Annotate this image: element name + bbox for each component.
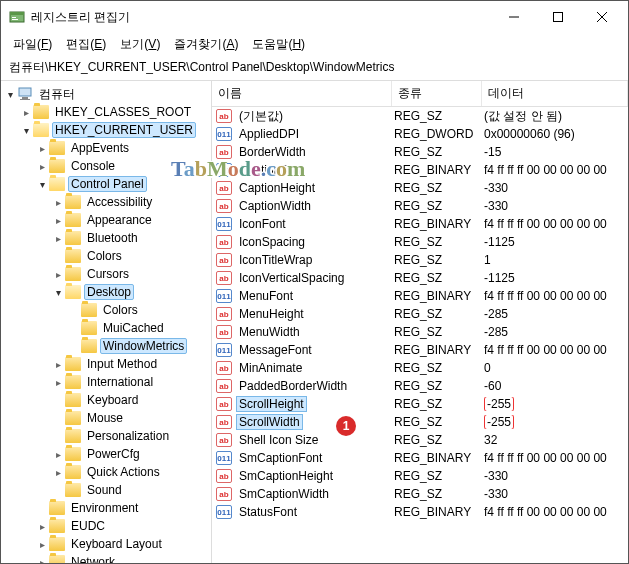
- chevron-right-icon[interactable]: ▸: [51, 197, 65, 208]
- minimize-button[interactable]: [492, 3, 536, 31]
- tree-view[interactable]: ▾ 컴퓨터 ▸ HKEY_CLASSES_ROOT ▾ HKEY_CURRENT…: [1, 81, 211, 563]
- svg-rect-8: [19, 88, 31, 96]
- list-row[interactable]: abSmCaptionWidthREG_SZ-330: [212, 485, 628, 503]
- tree-desktop-colors[interactable]: Colors: [100, 302, 141, 318]
- tree-appevents[interactable]: AppEvents: [68, 140, 132, 156]
- tree-international[interactable]: International: [84, 374, 156, 390]
- tree-powercfg[interactable]: PowerCfg: [84, 446, 143, 462]
- tree-appearance[interactable]: Appearance: [84, 212, 155, 228]
- tree-personalization[interactable]: Personalization: [84, 428, 172, 444]
- chevron-right-icon[interactable]: ▸: [19, 107, 33, 118]
- value-data: -330: [482, 181, 628, 195]
- list-row[interactable]: abCaptionWidthREG_SZ-330: [212, 197, 628, 215]
- chevron-right-icon[interactable]: ▸: [51, 467, 65, 478]
- folder-icon: [49, 141, 65, 155]
- list-row[interactable]: ab(기본값)REG_SZ(값 설정 안 됨): [212, 107, 628, 125]
- list-row[interactable]: abMenuWidthREG_SZ-285: [212, 323, 628, 341]
- tree-desktop[interactable]: Desktop: [84, 284, 134, 300]
- chevron-right-icon[interactable]: ▸: [35, 557, 49, 564]
- tree-sound[interactable]: Sound: [84, 482, 125, 498]
- folder-icon: [81, 339, 97, 353]
- list-row[interactable]: 011IconFontREG_BINARYf4 ff ff ff 00 00 0…: [212, 215, 628, 233]
- tree-network[interactable]: Network: [68, 554, 118, 563]
- value-name: IconFont: [236, 217, 289, 231]
- svg-rect-1: [10, 12, 24, 15]
- list-row[interactable]: 011AppliedDPIREG_DWORD0x00000060 (96): [212, 125, 628, 143]
- tree-accessibility[interactable]: Accessibility: [84, 194, 155, 210]
- column-name[interactable]: 이름: [212, 81, 392, 106]
- menu-edit[interactable]: 편집(E): [60, 34, 112, 55]
- chevron-right-icon[interactable]: ▸: [35, 143, 49, 154]
- tree-quickactions[interactable]: Quick Actions: [84, 464, 163, 480]
- chevron-right-icon[interactable]: ▸: [51, 269, 65, 280]
- list-row[interactable]: 011CaptionFontREG_BINARYf4 ff ff ff 00 0…: [212, 161, 628, 179]
- tree-keyboard[interactable]: Keyboard: [84, 392, 141, 408]
- chevron-right-icon[interactable]: ▸: [51, 233, 65, 244]
- chevron-right-icon[interactable]: ▸: [51, 215, 65, 226]
- tree-muicached[interactable]: MuiCached: [100, 320, 167, 336]
- menu-help[interactable]: 도움말(H): [246, 34, 311, 55]
- list-row[interactable]: 011MenuFontREG_BINARYf4 ff ff ff 00 00 0…: [212, 287, 628, 305]
- value-type: REG_BINARY: [392, 163, 482, 177]
- list-row[interactable]: abMinAnimateREG_SZ0: [212, 359, 628, 377]
- tree-hkcr[interactable]: HKEY_CLASSES_ROOT: [52, 104, 194, 120]
- chevron-right-icon[interactable]: ▸: [51, 449, 65, 460]
- list-row[interactable]: 011StatusFontREG_BINARYf4 ff ff ff 00 00…: [212, 503, 628, 521]
- list-row[interactable]: abScrollWidthREG_SZ-255: [212, 413, 628, 431]
- list-row[interactable]: abIconTitleWrapREG_SZ1: [212, 251, 628, 269]
- tree-environment[interactable]: Environment: [68, 500, 141, 516]
- list-row[interactable]: abSmCaptionHeightREG_SZ-330: [212, 467, 628, 485]
- tree-console[interactable]: Console: [68, 158, 118, 174]
- list-row[interactable]: abBorderWidthREG_SZ-15: [212, 143, 628, 161]
- column-data[interactable]: 데이터: [482, 81, 628, 106]
- folder-open-icon: [33, 123, 49, 137]
- value-type-icon: ab: [216, 415, 232, 429]
- tree-hkcu[interactable]: HKEY_CURRENT_USER: [52, 122, 196, 138]
- chevron-right-icon[interactable]: ▸: [51, 359, 65, 370]
- tree-windowmetrics[interactable]: WindowMetrics: [100, 338, 187, 354]
- list-row[interactable]: abCaptionHeightREG_SZ-330: [212, 179, 628, 197]
- chevron-right-icon[interactable]: ▸: [35, 539, 49, 550]
- chevron-down-icon[interactable]: ▾: [19, 125, 33, 136]
- tree-eudc[interactable]: EUDC: [68, 518, 108, 534]
- column-type[interactable]: 종류: [392, 81, 482, 106]
- value-data: f4 ff ff ff 00 00 00 00 00: [482, 505, 628, 519]
- menu-favorites[interactable]: 즐겨찾기(A): [168, 34, 244, 55]
- svg-rect-2: [12, 17, 16, 18]
- tree-inputmethod[interactable]: Input Method: [84, 356, 160, 372]
- titlebar[interactable]: 레지스트리 편집기: [1, 1, 628, 33]
- list-row[interactable]: 011MessageFontREG_BINARYf4 ff ff ff 00 0…: [212, 341, 628, 359]
- app-window: 레지스트리 편집기 파일(F) 편집(E) 보기(V) 즐겨찾기(A) 도움말(…: [0, 0, 629, 564]
- close-button[interactable]: [580, 3, 624, 31]
- list-row[interactable]: 011SmCaptionFontREG_BINARYf4 ff ff ff 00…: [212, 449, 628, 467]
- tree-cursors[interactable]: Cursors: [84, 266, 132, 282]
- tree-controlpanel[interactable]: Control Panel: [68, 176, 147, 192]
- chevron-right-icon[interactable]: ▸: [51, 377, 65, 388]
- address-bar[interactable]: 컴퓨터\HKEY_CURRENT_USER\Control Panel\Desk…: [1, 55, 628, 81]
- list-row[interactable]: abShell Icon SizeREG_SZ32: [212, 431, 628, 449]
- list-row[interactable]: abIconVerticalSpacingREG_SZ-1125: [212, 269, 628, 287]
- list-row[interactable]: abMenuHeightREG_SZ-285: [212, 305, 628, 323]
- tree-bluetooth[interactable]: Bluetooth: [84, 230, 141, 246]
- tree-keyboardlayout[interactable]: Keyboard Layout: [68, 536, 165, 552]
- tree-colors[interactable]: Colors: [84, 248, 125, 264]
- menu-file[interactable]: 파일(F): [7, 34, 58, 55]
- chevron-down-icon[interactable]: ▾: [51, 287, 65, 298]
- value-type: REG_BINARY: [392, 217, 482, 231]
- values-list[interactable]: 이름 종류 데이터 ab(기본값)REG_SZ(값 설정 안 됨)011Appl…: [211, 81, 628, 563]
- list-row[interactable]: abPaddedBorderWidthREG_SZ-60: [212, 377, 628, 395]
- tree-computer[interactable]: 컴퓨터: [36, 85, 78, 104]
- tree-mouse[interactable]: Mouse: [84, 410, 126, 426]
- chevron-right-icon[interactable]: ▸: [35, 521, 49, 532]
- list-header[interactable]: 이름 종류 데이터: [212, 81, 628, 107]
- chevron-down-icon[interactable]: ▾: [35, 179, 49, 190]
- list-row[interactable]: abIconSpacingREG_SZ-1125: [212, 233, 628, 251]
- chevron-right-icon[interactable]: ▸: [35, 161, 49, 172]
- menu-view[interactable]: 보기(V): [114, 34, 166, 55]
- maximize-button[interactable]: [536, 3, 580, 31]
- list-row[interactable]: abScrollHeightREG_SZ-255: [212, 395, 628, 413]
- folder-icon: [81, 321, 97, 335]
- folder-icon: [49, 501, 65, 515]
- chevron-down-icon[interactable]: ▾: [3, 89, 17, 100]
- value-data: -60: [482, 379, 628, 393]
